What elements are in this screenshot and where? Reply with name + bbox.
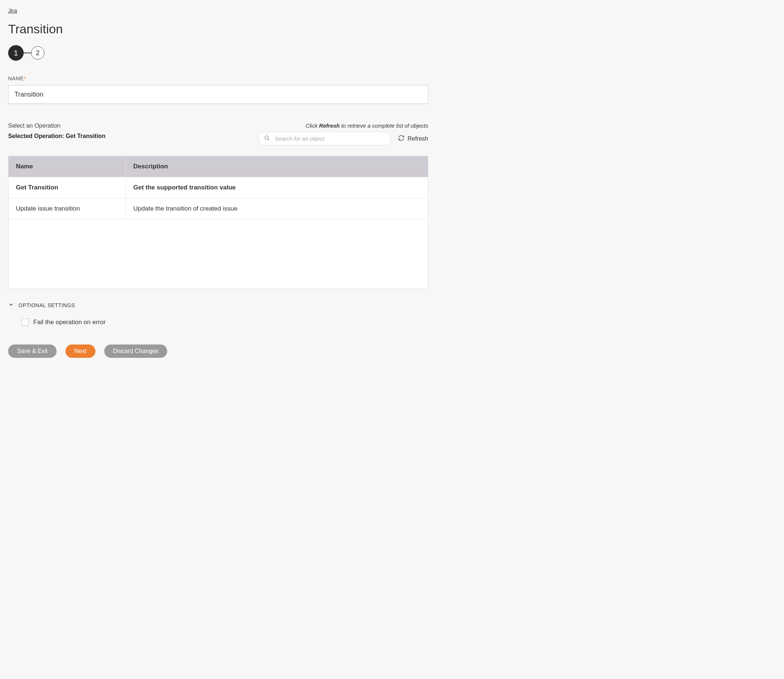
step-2[interactable]: 2 bbox=[31, 46, 44, 59]
required-star-icon: * bbox=[23, 75, 26, 81]
step-1[interactable]: 1 bbox=[8, 45, 23, 61]
refresh-label: Refresh bbox=[408, 135, 428, 142]
search-icon bbox=[264, 135, 270, 142]
refresh-button[interactable]: Refresh bbox=[398, 135, 428, 143]
svg-point-0 bbox=[265, 136, 268, 139]
save-exit-button[interactable]: Save & Exit bbox=[8, 344, 56, 358]
svg-line-1 bbox=[268, 139, 269, 140]
breadcrumb-jira[interactable]: Jira bbox=[8, 8, 17, 14]
page-title: Transition bbox=[8, 22, 428, 36]
cell-description: Update the transition of created issue bbox=[126, 198, 428, 219]
refresh-icon bbox=[398, 135, 404, 143]
select-operation-label: Select an Operation bbox=[8, 122, 231, 129]
optional-settings-toggle[interactable]: OPTIONAL SETTINGS bbox=[8, 302, 428, 309]
search-input[interactable] bbox=[258, 132, 391, 146]
cell-description: Get the supported transition value bbox=[126, 177, 428, 198]
refresh-hint: Click Refresh to retrieve a complete lis… bbox=[236, 122, 428, 129]
fail-on-error-checkbox[interactable] bbox=[22, 319, 29, 326]
name-input[interactable] bbox=[8, 85, 428, 104]
col-header-description: Description bbox=[126, 156, 428, 177]
discard-changes-button[interactable]: Discard Changes bbox=[104, 344, 167, 358]
next-button[interactable]: Next bbox=[66, 344, 95, 358]
fail-on-error-label: Fail the operation on error bbox=[33, 319, 106, 326]
table-header-row: Name Description bbox=[8, 156, 428, 177]
cell-name: Update issue transition bbox=[8, 198, 126, 219]
table-row[interactable]: Get Transition Get the supported transit… bbox=[8, 177, 428, 198]
operations-table: Name Description Get Transition Get the … bbox=[8, 156, 428, 289]
col-header-name: Name bbox=[8, 156, 126, 177]
selected-operation: Selected Operation: Get Transition bbox=[8, 133, 231, 139]
optional-settings-label: OPTIONAL SETTINGS bbox=[19, 302, 75, 308]
stepper: 1 2 bbox=[8, 45, 428, 61]
chevron-down-icon bbox=[8, 302, 14, 309]
step-connector bbox=[23, 53, 31, 53]
name-label: NAME* bbox=[8, 75, 428, 81]
table-row[interactable]: Update issue transition Update the trans… bbox=[8, 198, 428, 219]
cell-name: Get Transition bbox=[8, 177, 126, 198]
